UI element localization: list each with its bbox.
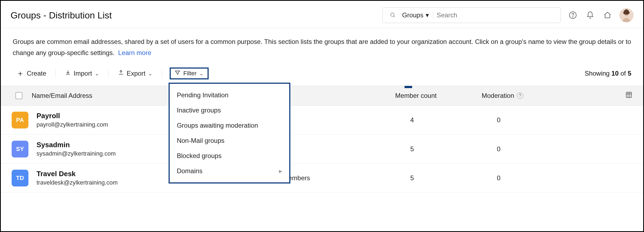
search-icon [387,10,398,21]
separator [433,11,433,19]
col-moderation-header[interactable]: Moderation ? [459,92,546,99]
showing-count: 10 [612,70,619,77]
moderation-cell: 0 [455,116,542,124]
export-button[interactable]: Export ⌄ [116,69,154,78]
select-all-checkbox[interactable] [15,92,22,99]
search-box[interactable]: Groups ▾ [382,7,561,23]
showing-total: 5 [628,70,631,77]
search-scope-selector[interactable]: Groups ▾ [402,11,429,19]
count-cell: 4 [369,116,455,124]
chevron-down-icon: ⌄ [199,70,204,77]
group-badge: PA [12,112,28,128]
divider [109,69,109,78]
filter-item-inactive[interactable]: Inactive groups [170,103,289,118]
filter-item-awaiting-moderation[interactable]: Groups awaiting moderation [170,118,289,133]
svg-line-1 [394,16,395,17]
count-cell: 5 [369,174,455,182]
filter-item-nonmail[interactable]: Non-Mail groups [170,133,289,148]
chevron-down-icon: ⌄ [95,70,99,77]
toolbar: ＋ Create Import ⌄ Export ⌄ Filter ⌄ Pend… [1,61,643,86]
learn-more-link[interactable]: Learn more [118,49,152,56]
home-icon[interactable] [602,10,613,21]
filter-item-pending[interactable]: Pending Invitation [170,88,289,103]
filter-button[interactable]: Filter ⌄ [170,67,209,79]
filter-item-label: Groups awaiting moderation [177,122,258,129]
filter-item-label: Non-Mail groups [177,137,224,144]
filter-item-domains[interactable]: Domains ▸ [170,163,289,179]
svg-point-3 [573,17,573,17]
svg-point-0 [391,13,394,17]
topbar-right: Groups ▾ [382,7,633,23]
moderation-cell: 0 [455,145,542,153]
showing-counter: Showing 10 of 5 [585,70,631,77]
description: Groups are common email addresses, share… [1,28,643,61]
group-badge: SY [12,141,28,157]
moderation-cell: 0 [455,174,542,182]
filter-item-blocked[interactable]: Blocked groups [170,148,289,163]
divider [162,69,162,78]
topbar: Groups - Distribution List Groups ▾ [1,1,643,28]
import-icon [65,70,71,77]
import-button[interactable]: Import ⌄ [63,69,101,78]
bell-icon[interactable] [585,10,596,21]
search-input[interactable] [437,11,556,19]
count-cell: 5 [369,145,455,153]
plus-icon: ＋ [17,68,24,79]
import-label: Import [74,70,92,77]
export-label: Export [127,70,145,77]
caret-down-icon: ▾ [426,11,429,19]
search-scope-label: Groups [402,11,423,19]
table-header: Name/Email Address ? Member count Modera… [1,86,643,106]
showing-prefix: Showing [585,70,610,77]
help-icon[interactable]: ? [517,92,523,99]
table-row[interactable]: SY Sysadmin sysadmin@zylkertraining.com … [1,135,643,164]
table-body: PA Payroll payroll@zylkertraining.com Me… [1,106,643,193]
submenu-arrow-icon: ▸ [279,167,282,175]
column-resize-handle[interactable] [405,86,412,88]
filter-icon [175,70,180,77]
group-badge: TD [12,170,28,186]
filter-item-label: Inactive groups [177,107,221,114]
filter-wrap: Filter ⌄ Pending Invitation Inactive gro… [170,67,209,79]
help-icon[interactable] [567,10,578,21]
filter-item-label: Pending Invitation [177,91,228,99]
page-title: Groups - Distribution List [11,10,112,21]
export-icon [118,70,124,77]
col-moderation-label: Moderation [482,92,514,99]
table-row[interactable]: PA Payroll payroll@zylkertraining.com Me… [1,106,643,135]
filter-item-label: Domains [177,167,202,175]
chevron-down-icon: ⌄ [148,70,153,77]
description-text: Groups are common email addresses, share… [13,38,631,56]
col-count-header[interactable]: Member count [373,92,459,99]
column-settings-button[interactable] [625,91,632,100]
create-button[interactable]: ＋ Create [15,67,48,80]
avatar[interactable] [619,8,633,22]
svg-rect-6 [626,92,632,98]
filter-label: Filter [183,70,196,77]
create-label: Create [27,70,46,77]
table-row[interactable]: TD Travel Desk traveldesk@zylkertraining… [1,164,643,193]
filter-dropdown: Pending Invitation Inactive groups Group… [169,83,290,183]
divider [55,69,56,78]
showing-of: of [620,70,626,77]
filter-item-label: Blocked groups [177,152,221,160]
